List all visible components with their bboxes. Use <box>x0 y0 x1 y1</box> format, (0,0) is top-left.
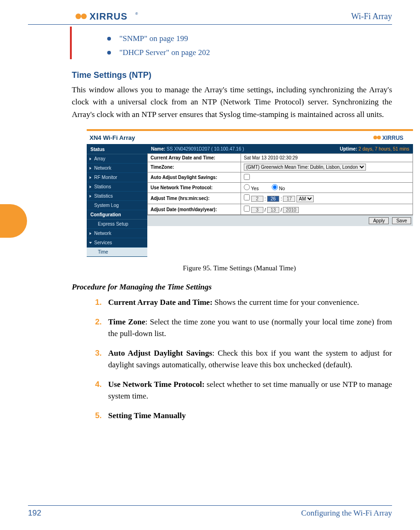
xirrus-logo: XIRRUS ® <box>75 10 140 22</box>
ntp-no-option[interactable]: No <box>272 186 285 191</box>
sidebar-item-time[interactable]: Time <box>87 248 147 257</box>
dst-checkbox[interactable] <box>244 174 250 180</box>
page-header: XIRRUS ® Wi-Fi Array <box>28 10 392 25</box>
footer-section: Configuring the Wi-Fi Array <box>301 509 392 518</box>
sidebar-config-header: Configuration <box>87 210 147 220</box>
section-body: This window allows you to manage the Arr… <box>72 84 392 121</box>
name-value: SS XN0429091D207 ( 10.100.47.16 ) <box>166 146 244 151</box>
step-num: 4. <box>95 379 108 402</box>
figure-caption: Figure 95. Time Settings (Manual Time) <box>87 264 392 272</box>
row-adjdate-label: Adjust Date (month/day/year): <box>148 204 241 215</box>
uptime-value: 2 days, 7 hours, 51 mins <box>358 146 409 151</box>
step-text: Time Zone: Select the time zone you want… <box>108 316 392 340</box>
page-footer: 192 Configuring the Wi-Fi Array <box>28 505 392 518</box>
uptime-label: Uptime: <box>340 146 357 151</box>
svg-text:XIRRUS: XIRRUS <box>90 11 128 21</box>
xirrus-logo-icon: XIRRUS <box>373 134 410 141</box>
step-num: 3. <box>95 347 108 371</box>
adjdate-checkbox[interactable] <box>244 206 250 212</box>
adj-secs[interactable] <box>283 196 295 202</box>
sidebar-item-systemlog[interactable]: System Log <box>87 201 147 210</box>
svg-point-0 <box>76 14 81 19</box>
step-text: Auto Adjust Daylight Savings: Check this… <box>108 347 392 371</box>
svg-text:®: ® <box>135 12 138 16</box>
step-num: 5. <box>95 410 108 422</box>
svg-point-5 <box>377 136 381 139</box>
row-datetime-label: Current Array Date and Time: <box>148 154 241 162</box>
header-product: Wi-Fi Array <box>351 12 392 21</box>
sidebar-item-rfmonitor[interactable]: RF Monitor <box>87 173 147 182</box>
sidebar-item-express[interactable]: Express Setup <box>87 220 147 229</box>
step-text: Current Array Date and Time: Shows the c… <box>108 296 392 309</box>
row-ntp-label: Use Network Time Protocol: <box>148 183 241 193</box>
fig-infobar: Name: SS XN0429091D207 ( 10.100.47.16 ) … <box>147 145 413 153</box>
adj-hours[interactable] <box>251 196 263 202</box>
adj-mins[interactable] <box>267 196 279 202</box>
link-dhcp[interactable]: "DHCP Server" on page 202 <box>119 48 210 57</box>
svg-point-4 <box>373 136 377 139</box>
bullet-icon <box>107 51 111 55</box>
row-tz-label: TimeZone: <box>148 162 241 172</box>
sidebar-item-network[interactable]: Network <box>87 164 147 173</box>
step-num: 1. <box>95 296 108 309</box>
sidebar-item-array[interactable]: Array <box>87 154 147 164</box>
fig-settings-table: Current Array Date and Time: Sat Mar 13 … <box>147 153 413 215</box>
sidebar-item-network-cfg[interactable]: Network <box>87 229 147 238</box>
ntp-yes-option[interactable]: Yes <box>244 186 259 191</box>
figure-95: XN4 Wi-Fi Array XIRRUS Status Array Netw… <box>87 129 392 272</box>
procedure-list: 1. Current Array Date and Time: Shows th… <box>95 296 392 421</box>
row-dst-label: Auto Adjust Daylight Savings: <box>148 172 241 183</box>
sidebar-item-stations[interactable]: Stations <box>87 182 147 192</box>
sidebar-item-statistics[interactable]: Statistics <box>87 192 147 201</box>
step-text: Use Network Time Protocol: select whethe… <box>108 379 392 402</box>
xref-list: "SNMP" on page 199 "DHCP Server" on page… <box>107 34 392 57</box>
adj-month[interactable] <box>251 207 263 213</box>
thumb-tab <box>0 204 27 238</box>
fig-sidebar: Status Array Network RF Monitor Stations… <box>87 145 147 257</box>
procedure-heading: Procedure for Managing the Time Settings <box>72 282 392 292</box>
apply-button[interactable]: Apply <box>369 217 389 224</box>
section-heading: Time Settings (NTP) <box>72 70 392 80</box>
adjtime-checkbox[interactable] <box>244 194 250 200</box>
adj-ampm[interactable]: AM <box>296 195 314 202</box>
change-bar <box>70 27 72 59</box>
step-num: 2. <box>95 316 108 340</box>
tz-select[interactable]: (GMT) Greenwich Mean Time: Dublin, Lisbo… <box>244 164 366 171</box>
step-text: Setting Time Manually <box>108 410 392 422</box>
adj-day[interactable] <box>267 207 279 213</box>
svg-text:XIRRUS: XIRRUS <box>382 135 403 141</box>
fig-window-title: XN4 Wi-Fi Array <box>90 134 135 141</box>
bullet-icon <box>107 37 111 41</box>
sidebar-item-services[interactable]: Services <box>87 238 147 248</box>
row-datetime-value: Sat Mar 13 2010 02:30:29 <box>241 154 413 162</box>
sidebar-status-header: Status <box>87 145 147 154</box>
row-adjtime-label: Adjust Time (hrs:min:sec): <box>148 193 241 204</box>
save-button[interactable]: Save <box>392 217 411 224</box>
link-snmp[interactable]: "SNMP" on page 199 <box>119 34 188 43</box>
adj-year[interactable] <box>283 207 299 213</box>
svg-point-1 <box>81 14 87 19</box>
page-number: 192 <box>28 509 41 518</box>
name-label: Name: <box>151 146 165 151</box>
